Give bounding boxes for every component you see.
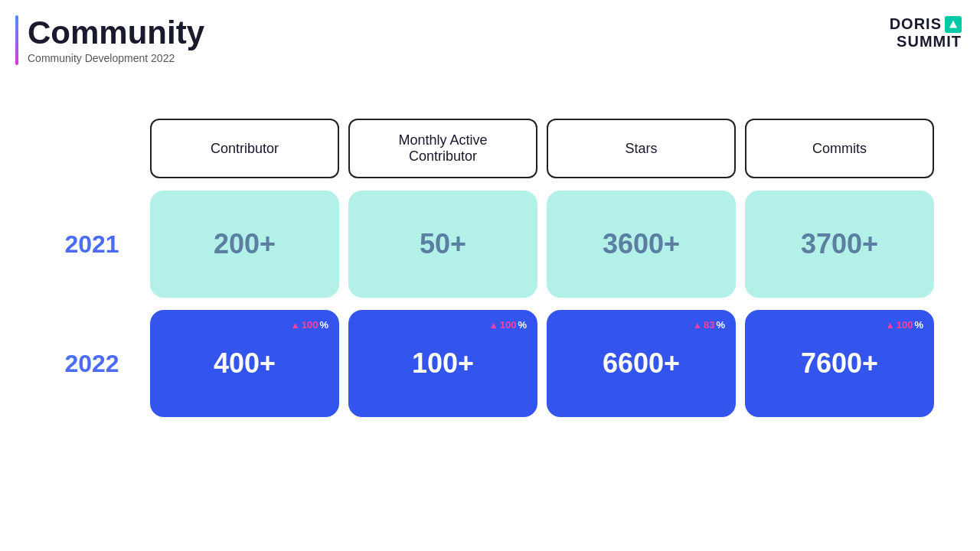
- page-subtitle: Community Development 2022: [28, 52, 204, 64]
- col-header-commits: Commits: [745, 119, 934, 178]
- column-headers-row: Contributor Monthly Active Contributor S…: [46, 119, 934, 178]
- card-2021-commits: 3700+: [745, 191, 934, 298]
- badge-percent-value: 100: [302, 319, 318, 331]
- logo-summit: SUMMIT: [897, 33, 962, 51]
- card-2021-contributor: 200+: [150, 191, 339, 298]
- logo-doris: DORIS: [890, 15, 942, 33]
- badge-contributor: ▲ 100 %: [291, 319, 328, 331]
- badge-triangle-icon: ▲: [489, 320, 498, 331]
- main-grid: Contributor Monthly Active Contributor S…: [46, 119, 934, 417]
- badge-percent-value: 83: [704, 319, 714, 331]
- cards-2022: ▲ 100 % 400+ ▲ 100 % 100+ ▲ 83 %: [150, 310, 934, 417]
- col-header-contributor: Contributor: [150, 119, 339, 178]
- badge-pct-symbol: %: [319, 319, 328, 331]
- badge-triangle-icon: ▲: [886, 320, 895, 331]
- year-label-2021: 2021: [46, 230, 138, 259]
- row-2022: 2022 ▲ 100 % 400+ ▲ 100 % 100+: [46, 310, 934, 417]
- card-2021-stars: 3600+: [547, 191, 736, 298]
- page-title: Community: [28, 15, 204, 51]
- badge-pct-symbol: %: [716, 319, 725, 331]
- badge-monthly: ▲ 100 %: [489, 319, 527, 331]
- badge-percent-value: 100: [897, 319, 913, 331]
- cards-2021: 200+ 50+ 3600+ 3700+: [150, 191, 934, 298]
- badge-triangle-icon: ▲: [291, 320, 300, 331]
- card-2021-monthly: 50+: [348, 191, 537, 298]
- header-accent-bar: [15, 15, 18, 65]
- page-header: Community Community Development 2022: [15, 15, 204, 65]
- badge-pct-symbol: %: [914, 319, 923, 331]
- card-2022-stars: ▲ 83 % 6600+: [547, 310, 736, 417]
- logo: DORIS SUMMIT: [890, 15, 962, 51]
- col-header-monthly: Monthly Active Contributor: [348, 119, 537, 178]
- row-2021: 2021 200+ 50+ 3600+ 3700+: [46, 191, 934, 298]
- badge-pct-symbol: %: [518, 319, 527, 331]
- badge-commits: ▲ 100 %: [886, 319, 923, 331]
- card-2022-monthly: ▲ 100 % 100+: [348, 310, 537, 417]
- badge-stars: ▲ 83 %: [693, 319, 725, 331]
- card-2022-contributor: ▲ 100 % 400+: [150, 310, 339, 417]
- column-headers: Contributor Monthly Active Contributor S…: [150, 119, 934, 178]
- header-text-group: Community Community Development 2022: [28, 15, 204, 64]
- card-2022-commits: ▲ 100 % 7600+: [745, 310, 934, 417]
- year-label-2022: 2022: [46, 350, 138, 378]
- logo-icon: [945, 16, 962, 33]
- badge-triangle-icon: ▲: [693, 320, 702, 331]
- col-header-stars: Stars: [547, 119, 736, 178]
- badge-percent-value: 100: [500, 319, 517, 331]
- logo-text: DORIS: [890, 15, 962, 33]
